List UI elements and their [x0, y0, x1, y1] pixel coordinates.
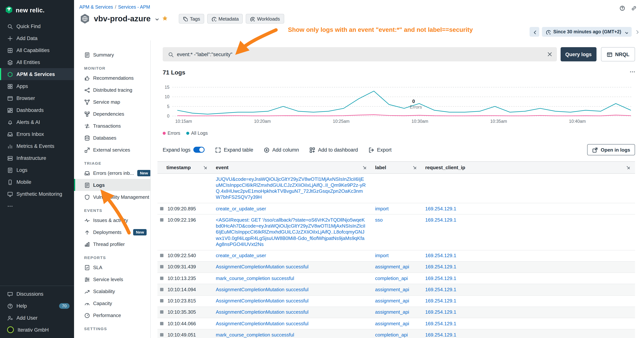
log-ip-link[interactable]: 169.254.129.1 — [425, 332, 456, 338]
log-ip-link[interactable]: 169.254.129.1 — [425, 253, 456, 258]
chevron-down-icon[interactable] — [154, 17, 158, 21]
log-label-link[interactable]: assignment_api — [375, 309, 409, 315]
query-text[interactable]: event:* -"label":"security" — [177, 52, 544, 57]
log-event-link[interactable]: create_or_update_user — [216, 206, 266, 211]
sidebar-item-errors-inbox[interactable]: Errors Inbox — [0, 128, 74, 140]
entity-nav-logs[interactable]: Logs — [74, 179, 150, 191]
table-row[interactable]: 10:09:20.895 create_or_update_user impor… — [158, 203, 635, 215]
help-circle-icon[interactable] — [619, 5, 626, 12]
expand-logs-control[interactable]: Expand logs — [163, 147, 205, 153]
remove-column-button[interactable] — [412, 165, 416, 170]
export-button[interactable]: Export — [368, 147, 392, 153]
log-ip-link[interactable]: 169.254.129.1 — [425, 264, 456, 270]
log-label-link[interactable]: import — [375, 206, 388, 211]
breadcrumb-services-apm[interactable]: Services - APM — [118, 5, 150, 10]
log-label-link[interactable]: assignment_api — [375, 320, 409, 326]
entity-nav-errors-inbox[interactable]: Errors (errors inb... New — [74, 167, 150, 179]
entity-nav-capacity[interactable]: Capacity — [74, 297, 150, 309]
time-forward-button[interactable] — [634, 29, 639, 35]
log-event-link[interactable]: mark_course_completion successful — [216, 332, 294, 338]
legend-all-logs[interactable]: All Logs — [186, 131, 208, 136]
sidebar-item-quick-find[interactable]: Quick Find — [0, 20, 74, 32]
expand-log-icon[interactable] — [160, 207, 164, 210]
table-row[interactable]: 10:09:22.196 <ASGIRequest: GET '/sso/cal… — [158, 215, 635, 250]
log-ip-link[interactable]: 169.254.129.1 — [425, 309, 456, 315]
column-header-request-client-ip[interactable]: request_client_ip — [422, 162, 635, 173]
expand-log-icon[interactable] — [160, 322, 164, 325]
clear-query-button[interactable] — [547, 51, 552, 58]
sidebar-item-add-user[interactable]: Add User — [0, 312, 74, 324]
expand-log-icon[interactable] — [160, 276, 164, 280]
entity-nav-issues-activity[interactable]: Issues & activity — [74, 214, 150, 226]
sidebar-item-all-entities[interactable]: All Entities — [0, 56, 74, 68]
open-in-logs-button[interactable]: Open in logs — [587, 144, 635, 155]
column-header-event[interactable]: event — [212, 162, 371, 173]
table-row[interactable]: 10:10:44.066 AssignmentCompletionMutatio… — [158, 318, 635, 329]
entity-nav-service-levels[interactable]: Service levels — [74, 273, 150, 285]
metadata-button[interactable]: Metadata — [207, 14, 243, 24]
log-ip-link[interactable]: 169.254.129.1 — [425, 217, 456, 223]
new-relic-logo[interactable]: new relic. — [0, 0, 74, 18]
tags-button[interactable]: Tags — [178, 14, 204, 24]
column-header-timestamp[interactable]: timestamp — [158, 162, 212, 173]
expand-log-icon[interactable] — [160, 288, 164, 291]
remove-column-button[interactable] — [203, 165, 207, 170]
log-event-link[interactable]: JUQVU&code=eyJraWQiOiJjcGltY29yZV8wOTl1M… — [216, 176, 366, 200]
table-row[interactable]: 10:09:31.439 AssignmentCompletionMutatio… — [158, 262, 635, 273]
logs-timeline-chart[interactable]: 05101510:15am10:20am10:25am10:30am10:35a… — [163, 80, 635, 128]
expand-logs-toggle[interactable] — [194, 147, 205, 153]
permalink-icon[interactable] — [631, 5, 637, 12]
sidebar-item-apm-services[interactable]: APM & Services — [0, 68, 74, 80]
log-ip-link[interactable]: 169.254.129.1 — [425, 275, 456, 281]
table-row[interactable]: 10:10:13.235 mark_course_completion succ… — [158, 273, 635, 284]
log-label-link[interactable]: completion_api — [375, 275, 408, 281]
breadcrumb-apm-services[interactable]: APM & Services — [79, 5, 113, 10]
add-column-button[interactable]: Add column — [264, 147, 299, 153]
sidebar-item-organization[interactable]: Iterativ GmbH — [0, 324, 74, 336]
entity-nav-distributed-tracing[interactable]: Distributed tracing — [74, 84, 150, 96]
expand-log-icon[interactable] — [160, 254, 164, 257]
log-event-link[interactable]: create_or_update_user — [216, 253, 266, 258]
table-row[interactable]: JUQVU&code=eyJraWQiOiJjcGltY29yZV8wOTl1M… — [158, 174, 635, 203]
sidebar-item-add-data[interactable]: Add Data — [0, 32, 74, 44]
log-ip-link[interactable]: 169.254.129.1 — [425, 206, 456, 211]
log-label-link[interactable]: import — [375, 253, 388, 258]
log-label-link[interactable]: completion_api — [375, 332, 408, 338]
entity-nav-summary[interactable]: Summary — [74, 49, 150, 61]
sidebar-item-mobile[interactable]: Mobile — [0, 176, 74, 188]
table-row[interactable]: 10:09:22.540 create_or_update_user impor… — [158, 250, 635, 262]
expand-log-icon[interactable] — [160, 310, 164, 314]
log-ip-link[interactable]: 169.254.129.1 — [425, 298, 456, 303]
more-options-button[interactable] — [630, 69, 635, 76]
entity-nav-thread-profiler[interactable]: Thread profiler — [74, 238, 150, 250]
entity-nav-databases[interactable]: Databases — [74, 132, 150, 144]
add-to-dashboard-button[interactable]: Add to dashboard — [310, 147, 358, 153]
log-ip-link[interactable]: 169.254.129.1 — [425, 320, 456, 326]
entity-nav-service-map[interactable]: Service map — [74, 96, 150, 108]
sidebar-item-browser[interactable]: Browser — [0, 92, 74, 104]
table-row[interactable]: 10:10:49.051 mark_course_completion succ… — [158, 329, 635, 338]
entity-nav-dependencies[interactable]: Dependencies — [74, 108, 150, 120]
log-event-link[interactable]: AssignmentCompletionMutation successful — [216, 320, 308, 326]
sidebar-item-synthetic-monitoring[interactable]: Synthetic Monitoring — [0, 188, 74, 200]
log-label-link[interactable]: assignment_api — [375, 287, 409, 292]
log-event-link[interactable]: AssignmentCompletionMutation successful — [216, 298, 308, 303]
log-label-link[interactable]: sso — [375, 217, 382, 223]
query-logs-button[interactable]: Query logs — [560, 47, 596, 61]
entity-nav-deployments[interactable]: Deployments New — [74, 226, 150, 238]
table-row[interactable]: 10:10:35.305 AssignmentCompletionMutatio… — [158, 307, 635, 318]
table-row[interactable]: 10:10:14.094 AssignmentCompletionMutatio… — [158, 284, 635, 296]
remove-column-button[interactable] — [626, 165, 630, 170]
sidebar-item-dashboards[interactable]: Dashboards — [0, 104, 74, 116]
expand-log-icon[interactable] — [160, 218, 164, 222]
time-range-picker[interactable]: Since 30 minutes ago (GMT+2) — [542, 27, 632, 37]
log-event-link[interactable]: AssignmentCompletionMutation successful — [216, 287, 308, 292]
entity-nav-scalability[interactable]: Scalability — [74, 285, 150, 297]
entity-nav-transactions[interactable]: Transactions — [74, 120, 150, 132]
expand-table-button[interactable]: Expand table — [215, 147, 253, 153]
sidebar-item-logs[interactable]: Logs — [0, 164, 74, 176]
entity-nav-performance[interactable]: Performance — [74, 309, 150, 321]
log-ip-link[interactable]: 169.254.129.1 — [425, 287, 456, 292]
entity-nav-recommendations[interactable]: Recommendations — [74, 72, 150, 84]
workloads-button[interactable]: Workloads — [246, 14, 284, 24]
